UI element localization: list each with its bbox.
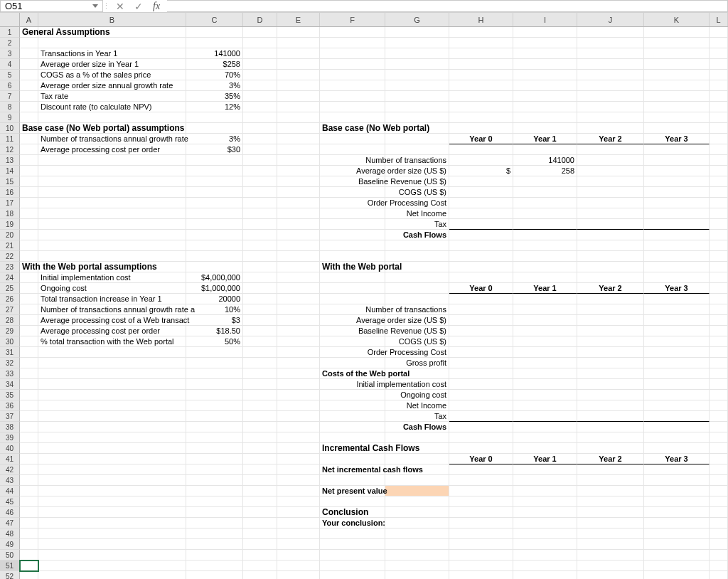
cell-L28[interactable] (710, 315, 728, 326)
column-header-A[interactable]: A (20, 13, 38, 26)
cell-H8[interactable] (449, 102, 513, 112)
cell-H51[interactable] (449, 561, 513, 571)
cell-F42[interactable]: Net incremental cash flows (320, 464, 385, 475)
cell-K47[interactable] (644, 518, 710, 528)
column-header-G[interactable]: G (385, 13, 449, 26)
cell-J12[interactable] (577, 144, 644, 155)
cell-A30[interactable] (20, 336, 38, 347)
cell-D28[interactable] (243, 315, 277, 326)
cell-K31[interactable] (644, 347, 710, 358)
cell-I33[interactable] (513, 368, 577, 379)
cell-E36[interactable] (277, 400, 320, 411)
cell-I31[interactable] (513, 347, 577, 358)
cell-C19[interactable] (186, 219, 243, 230)
cell-J40[interactable] (577, 443, 644, 454)
cell-J11[interactable]: Year 2 (577, 134, 644, 144)
cell-H19[interactable] (449, 219, 513, 230)
cell-A12[interactable] (20, 144, 38, 155)
cell-C17[interactable] (186, 198, 243, 208)
cell-D31[interactable] (243, 347, 277, 358)
cell-A43[interactable] (20, 475, 38, 486)
cell-D2[interactable] (243, 38, 277, 48)
cell-D35[interactable] (243, 390, 277, 400)
cell-L23[interactable] (710, 262, 728, 272)
cell-E11[interactable] (277, 134, 320, 144)
cell-H16[interactable] (449, 187, 513, 198)
cell-E49[interactable] (277, 539, 320, 550)
cell-G31[interactable]: Order Processing Cost (385, 347, 449, 358)
cell-E37[interactable] (277, 411, 320, 422)
cell-D18[interactable] (243, 208, 277, 219)
cell-I22[interactable] (513, 251, 577, 262)
cell-A13[interactable] (20, 155, 38, 166)
cell-D10[interactable] (243, 123, 277, 134)
cell-G37[interactable]: Tax (385, 411, 449, 422)
row-header-39[interactable]: 39 (0, 432, 20, 443)
cell-K41[interactable]: Year 3 (644, 454, 710, 464)
cell-I44[interactable] (513, 486, 577, 496)
cell-I10[interactable] (513, 123, 577, 134)
cell-G21[interactable] (385, 240, 449, 251)
cell-K18[interactable] (644, 208, 710, 219)
row-header-24[interactable]: 24 (0, 272, 20, 283)
cell-A31[interactable] (20, 347, 38, 358)
cell-J25[interactable]: Year 2 (577, 283, 644, 294)
cell-L2[interactable] (710, 38, 728, 48)
cell-F3[interactable] (320, 48, 385, 59)
cell-I23[interactable] (513, 262, 577, 272)
cell-E27[interactable] (277, 304, 320, 315)
cell-D23[interactable] (243, 262, 277, 272)
cell-I36[interactable] (513, 400, 577, 411)
cell-L14[interactable] (710, 166, 728, 176)
cell-E22[interactable] (277, 251, 320, 262)
cell-H21[interactable] (449, 240, 513, 251)
cell-L48[interactable] (710, 528, 728, 539)
cell-I35[interactable] (513, 390, 577, 400)
cell-B46[interactable] (38, 507, 186, 518)
cell-B37[interactable] (38, 411, 186, 422)
cell-E14[interactable] (277, 166, 320, 176)
cell-I16[interactable] (513, 187, 577, 198)
cell-E28[interactable] (277, 315, 320, 326)
cell-E42[interactable] (277, 464, 320, 475)
cell-B27[interactable]: Number of transactions annual growth rat… (38, 304, 186, 315)
cell-A4[interactable] (20, 59, 38, 70)
cell-D51[interactable] (243, 561, 277, 571)
cell-G8[interactable] (385, 102, 449, 112)
row-header-37[interactable]: 37 (0, 411, 20, 422)
cell-I32[interactable] (513, 358, 577, 368)
cell-I20[interactable] (513, 230, 577, 240)
cell-C47[interactable] (186, 518, 243, 528)
cell-H9[interactable] (449, 112, 513, 123)
cell-G3[interactable] (385, 48, 449, 59)
cell-E2[interactable] (277, 38, 320, 48)
cell-D34[interactable] (243, 379, 277, 390)
cell-J34[interactable] (577, 379, 644, 390)
cell-E15[interactable] (277, 176, 320, 187)
cell-L45[interactable] (710, 496, 728, 507)
cell-F49[interactable] (320, 539, 385, 550)
cell-E1[interactable] (277, 27, 320, 38)
cell-A32[interactable] (20, 358, 38, 368)
cell-J28[interactable] (577, 315, 644, 326)
cell-H1[interactable] (449, 27, 513, 38)
cell-I28[interactable] (513, 315, 577, 326)
cell-B12[interactable]: Average processing cost per order (38, 144, 186, 155)
cell-H20[interactable] (449, 230, 513, 240)
cell-I52[interactable] (513, 571, 577, 579)
cell-G11[interactable] (385, 134, 449, 144)
cell-L37[interactable] (710, 411, 728, 422)
cell-D37[interactable] (243, 411, 277, 422)
cell-E52[interactable] (277, 571, 320, 579)
cell-J2[interactable] (577, 38, 644, 48)
cell-J47[interactable] (577, 518, 644, 528)
cell-L49[interactable] (710, 539, 728, 550)
cell-B15[interactable] (38, 176, 186, 187)
cell-B32[interactable] (38, 358, 186, 368)
cell-J18[interactable] (577, 208, 644, 219)
cell-K27[interactable] (644, 304, 710, 315)
cell-F38[interactable] (320, 422, 385, 432)
cell-E16[interactable] (277, 187, 320, 198)
cell-A14[interactable] (20, 166, 38, 176)
cell-F18[interactable] (320, 208, 385, 219)
